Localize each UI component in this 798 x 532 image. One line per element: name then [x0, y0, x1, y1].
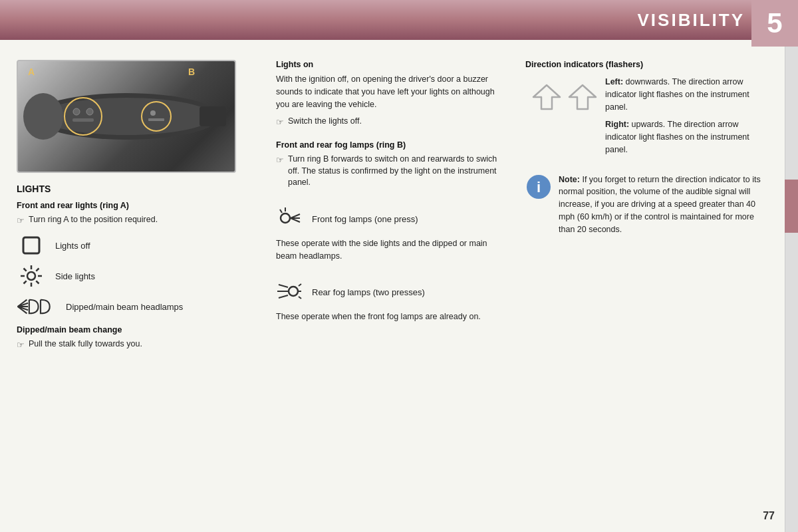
svg-line-18	[36, 281, 39, 283]
svg-line-38	[299, 297, 301, 299]
svg-point-6	[73, 108, 80, 115]
fog-lamps-instruction: ☞ Turn ring B forwards to switch on and …	[276, 154, 509, 189]
side-lights-icon-box	[17, 264, 46, 288]
dipped-beam-row: Dipped/main beam headlamps	[17, 295, 263, 319]
lights-off-label: Lights off	[55, 241, 90, 251]
note-text: Note: If you forget to return the direct…	[559, 174, 768, 236]
left-indicator-text: Left: downwards. The direction arrow ind…	[605, 76, 768, 113]
bullet-symbol-3: ☞	[276, 116, 284, 128]
dipped-beam-label: Dipped/main beam headlamps	[66, 302, 183, 312]
right-column: Direction indicators (flashers) Left: do…	[522, 60, 768, 492]
bullet-symbol: ☞	[17, 215, 25, 227]
svg-line-36	[299, 284, 301, 286]
svg-point-26	[281, 213, 290, 223]
page-title: VISIBILITY	[638, 10, 745, 31]
ring-b-label: B	[188, 66, 195, 77]
beam-change-instruction: ☞ Pull the stalk fully towards you.	[17, 338, 263, 351]
switch-lights-off-text: Switch the lights off.	[288, 116, 362, 128]
scrollbar-thumb[interactable]	[785, 180, 798, 233]
info-icon: i	[525, 174, 552, 200]
dipped-beam-icon	[17, 295, 57, 319]
main-content: A B	[0, 47, 785, 505]
svg-line-31	[280, 209, 282, 213]
beam-change-text: Pull the stalk fully towards you.	[29, 338, 142, 350]
front-fog-lamp-icon	[276, 206, 303, 230]
left-label: Left:	[605, 77, 623, 86]
svg-line-19	[36, 269, 39, 271]
direction-arrows	[532, 84, 597, 110]
dipped-beam-icon-box	[17, 295, 57, 319]
left-column: A B	[17, 60, 276, 492]
svg-text:i: i	[537, 179, 541, 196]
front-fog-note: These operate with the side lights and t…	[276, 237, 509, 263]
svg-point-12	[27, 272, 35, 280]
rear-fog-lamp-icon	[276, 279, 303, 303]
bullet-symbol-4: ☞	[276, 154, 284, 166]
front-rear-lights-title: Front and rear lights (ring A)	[17, 201, 263, 210]
front-fog-label: Front fog lamps (one press)	[312, 214, 418, 224]
svg-line-20	[24, 281, 27, 283]
middle-column: Lights on With the ignition off, on open…	[276, 60, 522, 492]
lights-section-title: LIGHTS	[17, 184, 263, 194]
arrow-left-icon	[532, 84, 561, 110]
lights-on-title: Lights on	[276, 60, 509, 69]
svg-rect-10	[148, 118, 164, 121]
page-header: VISIBILITY 5	[0, 0, 798, 40]
fog-lamps-title: Front and rear fog lamps (ring B)	[276, 140, 509, 150]
svg-point-32	[289, 287, 298, 296]
chapter-number: 5	[767, 9, 782, 37]
bullet-symbol-2: ☞	[17, 339, 25, 351]
svg-point-2	[23, 93, 63, 140]
svg-marker-40	[569, 85, 596, 109]
note-label: Note:	[559, 175, 580, 184]
svg-rect-3	[200, 106, 226, 126]
svg-marker-39	[533, 85, 560, 109]
side-lights-icon	[19, 264, 43, 288]
svg-rect-8	[72, 118, 94, 122]
arrow-right-icon	[568, 84, 597, 110]
beam-change-title: Dipped/main beam change	[17, 325, 263, 334]
ring-a-label: A	[28, 66, 35, 77]
lights-off-icon-box	[17, 233, 46, 257]
svg-point-1	[40, 98, 213, 135]
rear-fog-icon	[276, 279, 303, 305]
svg-point-9	[150, 110, 156, 116]
rear-fog-row: Rear fog lamps (two presses)	[276, 279, 509, 305]
lights-off-row: Lights off	[17, 233, 263, 257]
stalk-svg	[23, 66, 229, 166]
svg-line-17	[24, 269, 27, 271]
front-fog-icon	[276, 206, 303, 232]
page-number: 77	[763, 510, 775, 522]
fog-lamps-text: Turn ring B forwards to switch on and re…	[288, 154, 509, 189]
info-note-box: i Note: If you forget to return the dire…	[525, 174, 768, 241]
ring-a-instruction: ☞ Turn ring A to the position required.	[17, 214, 263, 227]
side-lights-label: Side lights	[55, 271, 95, 281]
switch-lights-off: ☞ Switch the lights off.	[276, 116, 509, 128]
rear-fog-note: These operate when the front fog lamps a…	[276, 311, 509, 323]
svg-rect-11	[23, 237, 39, 253]
note-content: If you forget to return the direction in…	[559, 175, 761, 234]
ring-a-text: Turn ring A to the position required.	[29, 214, 158, 226]
rear-fog-label: Rear fog lamps (two presses)	[312, 287, 425, 297]
side-lights-row: Side lights	[17, 264, 263, 288]
left-text: downwards. The direction arrow indicator…	[605, 77, 749, 112]
lights-off-icon	[21, 235, 42, 256]
chapter-badge: 5	[751, 0, 798, 47]
car-image: A B	[17, 60, 236, 173]
direction-section: Left: downwards. The direction arrow ind…	[525, 76, 768, 162]
svg-line-33	[279, 285, 288, 287]
scrollbar[interactable]	[785, 47, 798, 532]
right-indicator-text: Right: upwards. The direction arrow indi…	[605, 118, 768, 156]
svg-point-7	[86, 108, 93, 115]
right-label: Right:	[605, 120, 629, 129]
svg-line-35	[279, 295, 288, 298]
direction-indicators-title: Direction indicators (flashers)	[525, 60, 768, 69]
front-fog-row: Front fog lamps (one press)	[276, 206, 509, 232]
lights-on-text: With the ignition off, on opening the dr…	[276, 73, 509, 110]
left-right-description: Left: downwards. The direction arrow ind…	[605, 76, 768, 162]
